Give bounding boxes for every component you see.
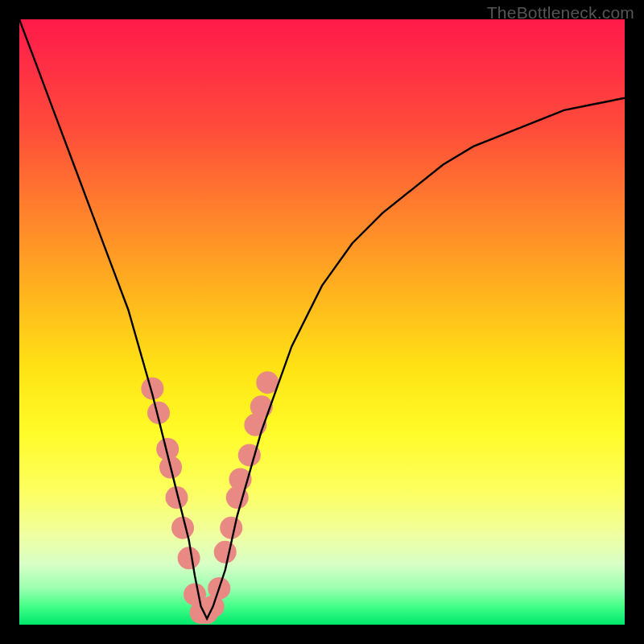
curve-marker [171,517,194,539]
curve-marker [178,547,200,569]
curve-marker [220,517,242,539]
curve-markers [141,371,279,624]
curve-layer [19,19,625,625]
chart-frame: TheBottleneck.com [0,0,644,644]
bottleneck-curve [19,19,625,619]
plot-area [19,19,625,625]
watermark-text: TheBottleneck.com [487,3,634,23]
curve-marker [214,541,237,564]
